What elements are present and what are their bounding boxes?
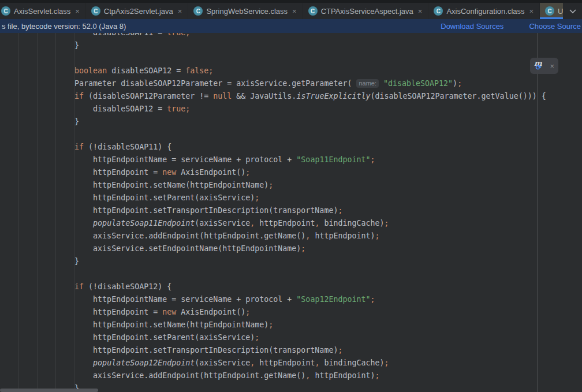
code-line: axisService.setEndpointName(httpEndpoint… <box>1 242 546 255</box>
code-line: populateSoap12Endpoint(axisService, http… <box>1 357 546 369</box>
code-line: httpEndpoint.setParent(axisService); <box>1 331 546 344</box>
horizontal-scrollbar-thumb[interactable] <box>0 389 98 392</box>
code-line: httpEndpoint.setTransportInDescription(t… <box>1 204 546 217</box>
code-line: populateSoap11Endpoint(axisService, http… <box>1 217 546 230</box>
bytecode-notification-banner: s file, bytecode version: 52.0 (Java 8) … <box>0 19 582 33</box>
banner-message: s file, bytecode version: 52.0 (Java 8) <box>0 22 126 31</box>
tab-ctpaxisserviceaspect-java[interactable]: CCTPAxisServiceAspect.java× <box>303 3 428 19</box>
code-line: } <box>1 39 546 52</box>
translate-icon[interactable]: m ⟳ <box>534 61 543 71</box>
code-editor[interactable]: disableSOAP11 = true; } boolean disableS… <box>0 33 582 392</box>
code-line <box>1 268 546 281</box>
tab-axisservlet-class[interactable]: CAxisServlet.class× <box>0 3 85 19</box>
banner-links: Download Sources Choose Source <box>441 22 582 31</box>
code-line: } <box>1 255 546 268</box>
chevron-down-icon <box>569 9 577 14</box>
code-line: disableSOAP11 = true; <box>1 33 546 39</box>
code-line: axisService.addEndpoint(httpEndpoint.get… <box>1 369 546 382</box>
code-line: axisService.addEndpoint(httpEndpoint.get… <box>1 230 546 242</box>
code-line: httpEndpointName = serviceName + protoco… <box>1 154 546 166</box>
tab-springwebservice-class[interactable]: CSpringWebService.class× <box>188 3 302 19</box>
tab-label: CtpAxis2Servlet.java <box>104 7 173 16</box>
code-line: if (disableSOAP12Parameter != null && Ja… <box>1 90 546 103</box>
code-line: boolean disableSOAP12 = false; <box>1 65 546 77</box>
tab-label: AxisConfiguration.class <box>446 7 524 16</box>
code-line: httpEndpoint.setParent(axisService); <box>1 192 546 204</box>
code-line: httpEndpoint.setName(httpEndpointName); <box>1 319 546 331</box>
code-line: httpEndpoint.setName(httpEndpointName); <box>1 179 546 192</box>
code-line <box>1 52 546 65</box>
parameter-name-hint: name: <box>356 79 379 88</box>
download-sources-link[interactable]: Download Sources <box>441 22 503 31</box>
editor-tab-bar: CAxisServlet.class×CCtpAxis2Servlet.java… <box>0 0 582 19</box>
class-icon: C <box>308 6 318 16</box>
code-line: if (!disableSOAP12) { <box>1 281 546 293</box>
class-icon: C <box>1 6 10 16</box>
code-line <box>1 128 546 141</box>
code-line: disableSOAP12 = true; <box>1 103 546 115</box>
close-icon[interactable]: × <box>291 8 297 15</box>
translate-overlay-widget[interactable]: m ⟳ × <box>530 58 558 74</box>
close-icon[interactable]: × <box>528 8 534 15</box>
code-line: httpEndpointName = serviceName + protoco… <box>1 293 546 306</box>
code-area[interactable]: disableSOAP11 = true; } boolean disableS… <box>1 33 546 392</box>
ide-window: CAxisServlet.class×CCtpAxis2Servlet.java… <box>0 0 582 392</box>
tab-bar-tabs: CAxisServlet.class×CCtpAxis2Servlet.java… <box>0 3 582 19</box>
close-icon[interactable]: × <box>550 62 554 70</box>
code-line: httpEndpoint.setTransportInDescription(t… <box>1 344 546 357</box>
code-line: Parameter disableSOAP12Parameter = axisS… <box>1 77 546 90</box>
close-icon[interactable]: × <box>74 8 80 15</box>
close-icon[interactable]: × <box>417 8 423 15</box>
class-icon: C <box>545 6 554 16</box>
sync-icon: ⟳ <box>536 64 542 72</box>
tab-axisconfiguration-class[interactable]: CAxisConfiguration.class× <box>428 3 539 19</box>
tab-list-dropdown-button[interactable] <box>563 3 582 19</box>
tab-label: SpringWebService.class <box>206 7 288 16</box>
tab-label: AxisServlet.class <box>14 7 70 16</box>
class-icon: C <box>434 6 443 16</box>
choose-source-link[interactable]: Choose Source <box>529 22 581 31</box>
tab-label: CTPAxisServiceAspect.java <box>321 7 413 16</box>
code-line: if (!disableSOAP11) { <box>1 141 546 154</box>
close-icon[interactable]: × <box>177 8 182 15</box>
class-icon: C <box>91 6 100 16</box>
code-line: } <box>1 115 546 128</box>
tab-ctpaxis2servlet-java[interactable]: CCtpAxis2Servlet.java× <box>86 3 188 19</box>
class-icon: C <box>193 6 203 16</box>
code-line: httpEndpoint = new AxisEndpoint(); <box>1 306 546 319</box>
code-line: httpEndpoint = new AxisEndpoint(); <box>1 166 546 179</box>
